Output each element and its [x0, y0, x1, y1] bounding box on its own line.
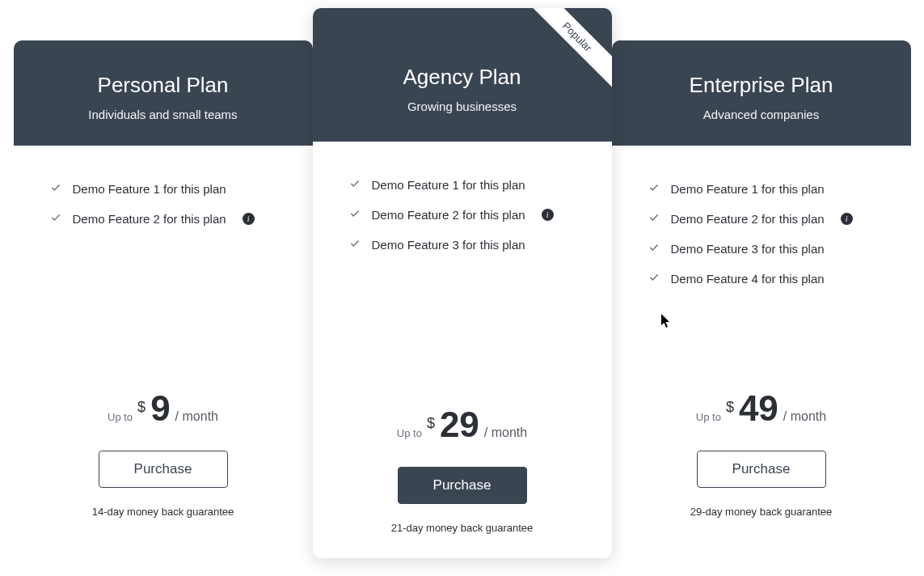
check-icon [349, 178, 361, 192]
info-icon[interactable]: i [542, 209, 554, 221]
feature-text: Demo Feature 3 for this plan [372, 238, 525, 252]
purchase-button[interactable]: Purchase [398, 467, 527, 504]
guarantee-text: 21-day money back guarantee [349, 522, 576, 534]
price-amount: 9 [150, 391, 170, 426]
price-suffix: / month [484, 426, 527, 440]
price-amount: 49 [739, 391, 778, 426]
price-amount: 29 [440, 407, 479, 443]
feature-item: Demo Feature 1 for this plan [50, 174, 276, 204]
price-suffix: / month [175, 409, 218, 424]
pricing-container: Personal Plan Individuals and small team… [0, 0, 924, 566]
feature-text: Demo Feature 2 for this plan [372, 208, 525, 222]
plan-card-agency: Popular Agency Plan Growing businesses D… [313, 8, 612, 558]
feature-item: Demo Feature 2 for this plan i [349, 200, 576, 230]
plan-header: Enterprise Plan Advanced companies [612, 40, 911, 146]
check-icon [648, 242, 660, 256]
feature-text: Demo Feature 4 for this plan [671, 272, 825, 286]
plan-subtitle: Advanced companies [628, 108, 895, 121]
guarantee-text: 29-day money back guarantee [648, 506, 875, 518]
plan-header: Popular Agency Plan Growing businesses [313, 8, 612, 142]
price-prefix: Up to [108, 411, 133, 423]
price-currency: $ [726, 399, 734, 416]
ribbon-label: Popular [526, 8, 612, 87]
feature-item: Demo Feature 2 for this plan i [648, 204, 875, 234]
check-icon [648, 212, 660, 226]
price-prefix: Up to [696, 411, 721, 423]
info-icon[interactable]: i [243, 213, 255, 225]
plan-title: Enterprise Plan [628, 73, 895, 98]
feature-list: Demo Feature 1 for this plan Demo Featur… [349, 170, 576, 260]
check-icon [349, 238, 361, 252]
feature-text: Demo Feature 1 for this plan [372, 178, 525, 192]
purchase-button[interactable]: Purchase [99, 451, 228, 488]
price-row: Up to $ 49 / month [648, 391, 875, 426]
plan-header: Personal Plan Individuals and small team… [14, 40, 313, 146]
feature-item: Demo Feature 3 for this plan [648, 234, 875, 264]
guarantee-text: 14-day money back guarantee [50, 506, 276, 518]
popular-ribbon: Popular [523, 8, 612, 97]
feature-item: Demo Feature 4 for this plan [648, 264, 875, 294]
purchase-button[interactable]: Purchase [697, 451, 826, 488]
feature-text: Demo Feature 1 for this plan [73, 182, 226, 196]
check-icon [648, 272, 660, 286]
price-suffix: / month [783, 409, 826, 424]
plan-subtitle: Individuals and small teams [30, 108, 297, 121]
plan-body: Demo Feature 1 for this plan Demo Featur… [612, 146, 911, 542]
plan-subtitle: Growing businesses [329, 100, 596, 113]
feature-text: Demo Feature 1 for this plan [671, 182, 825, 196]
plan-card-enterprise: Enterprise Plan Advanced companies Demo … [612, 40, 911, 542]
feature-list: Demo Feature 1 for this plan Demo Featur… [50, 174, 276, 234]
feature-text: Demo Feature 3 for this plan [671, 242, 825, 256]
feature-item: Demo Feature 1 for this plan [648, 174, 875, 204]
feature-item: Demo Feature 1 for this plan [349, 170, 576, 200]
check-icon [349, 208, 361, 222]
plan-body: Demo Feature 1 for this plan Demo Featur… [14, 146, 313, 542]
price-currency: $ [137, 399, 146, 416]
plan-body: Demo Feature 1 for this plan Demo Featur… [313, 142, 612, 558]
info-icon[interactable]: i [841, 213, 853, 225]
price-row: Up to $ 9 / month [50, 391, 276, 426]
feature-list: Demo Feature 1 for this plan Demo Featur… [648, 174, 875, 294]
feature-text: Demo Feature 2 for this plan [671, 212, 825, 226]
feature-text: Demo Feature 2 for this plan [73, 212, 226, 226]
feature-item: Demo Feature 3 for this plan [349, 230, 576, 260]
check-icon [50, 182, 61, 196]
check-icon [648, 182, 660, 196]
price-row: Up to $ 29 / month [349, 407, 576, 443]
price-prefix: Up to [397, 427, 422, 439]
plan-card-personal: Personal Plan Individuals and small team… [14, 40, 313, 542]
price-currency: $ [427, 415, 435, 432]
check-icon [50, 212, 61, 226]
plan-title: Personal Plan [30, 73, 297, 98]
feature-item: Demo Feature 2 for this plan i [50, 204, 276, 234]
